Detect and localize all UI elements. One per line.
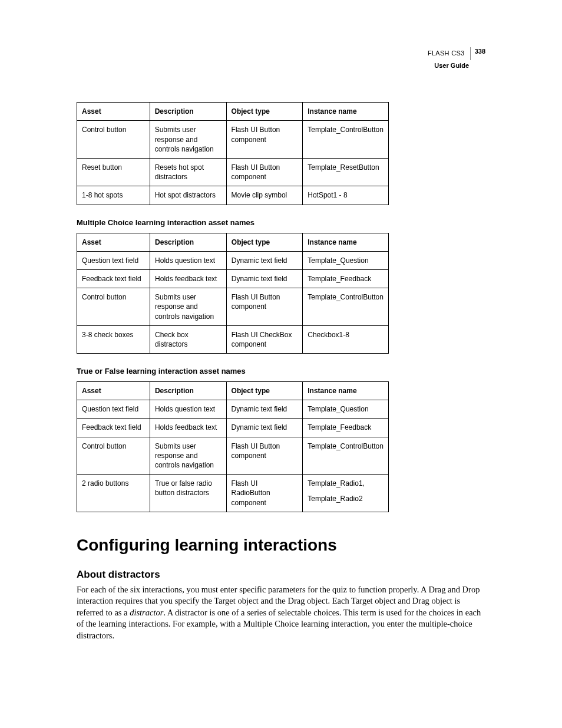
cell: Dynamic text field: [226, 400, 303, 419]
table-row: 1-8 hot spots Hot spot distractors Movie…: [77, 186, 389, 205]
col-asset: Asset: [77, 382, 150, 400]
cell: Holds question text: [150, 400, 226, 419]
subhead-multiple-choice: Multiple Choice learning interaction ass…: [77, 218, 485, 227]
cell: Flash UI Button component: [226, 288, 302, 326]
cell: Control button: [77, 288, 150, 326]
cell: Template_ResetButton: [303, 159, 389, 186]
cell: Template_Question: [303, 400, 389, 419]
cell: Template_Radio1, Template_Radio2: [303, 475, 389, 512]
table-row: Feedback text field Holds feedback text …: [77, 419, 389, 437]
cell: Question text field: [77, 251, 150, 269]
col-asset: Asset: [77, 233, 150, 251]
cell: Template_Question: [303, 251, 389, 269]
page: FLASH CS3 338 User Guide Asset Descripti…: [0, 0, 562, 683]
cell: Control button: [77, 437, 150, 475]
topic-heading-about-distractors: About distractors: [77, 569, 485, 581]
cell: Flash UI Button component: [226, 437, 303, 475]
instance-line: Template_Radio1,: [308, 479, 384, 488]
cell: Submits user response and controls navig…: [150, 121, 226, 159]
col-description: Description: [150, 103, 226, 121]
cell: Feedback text field: [77, 419, 150, 437]
cell: HotSpot1 - 8: [303, 186, 389, 205]
col-instance-name: Instance name: [303, 103, 389, 121]
table-multiple-choice-assets: Asset Description Object type Instance n…: [77, 233, 389, 354]
cell: Resets hot spot distractors: [150, 159, 226, 186]
header-separator: [470, 47, 471, 60]
cell: Checkbox1-8: [303, 325, 389, 353]
cell: Holds question text: [150, 251, 227, 269]
table-row: Control button Submits user response and…: [77, 288, 389, 326]
cell: Template_ControlButton: [303, 288, 389, 326]
product-name: FLASH CS3: [428, 50, 465, 57]
table-row: 2 radio buttons True or false radio butt…: [77, 475, 389, 512]
cell: True or false radio button distractors: [150, 475, 226, 512]
table-row: Question text field Holds question text …: [77, 251, 389, 269]
cell: 3-8 check boxes: [77, 325, 150, 353]
cell: Control button: [77, 121, 150, 159]
instance-line: Template_Radio2: [308, 494, 384, 503]
section-title: Configuring learning interactions: [77, 536, 485, 555]
cell: Template_ControlButton: [303, 121, 389, 159]
cell: Flash UI Button component: [226, 121, 303, 159]
cell: Dynamic text field: [226, 251, 302, 269]
table-header-row: Asset Description Object type Instance n…: [77, 382, 389, 400]
col-object-type: Object type: [226, 103, 303, 121]
cell: Movie clip symbol: [226, 186, 303, 205]
col-instance-name: Instance name: [303, 382, 389, 400]
cell: Holds feedback text: [150, 419, 226, 437]
cell: Holds feedback text: [150, 269, 227, 288]
cell: Submits user response and controls navig…: [150, 437, 226, 475]
table-row: Feedback text field Holds feedback text …: [77, 269, 389, 288]
cell: Submits user response and controls navig…: [150, 288, 227, 326]
table-row: 3-8 check boxes Check box distractors Fl…: [77, 325, 389, 353]
table-true-false-assets: Asset Description Object type Instance n…: [77, 381, 389, 512]
cell: Template_Feedback: [303, 269, 389, 288]
col-description: Description: [150, 233, 227, 251]
body-paragraph: For each of the six interactions, you mu…: [77, 584, 485, 642]
col-instance-name: Instance name: [303, 233, 389, 251]
cell: Dynamic text field: [226, 269, 302, 288]
table-row: Control button Submits user response and…: [77, 437, 389, 475]
cell: Flash UI Button component: [226, 159, 303, 186]
cell: Hot spot distractors: [150, 186, 226, 205]
cell: Question text field: [77, 400, 150, 419]
cell: Dynamic text field: [226, 419, 303, 437]
cell: Flash UI RadioButton component: [226, 475, 303, 512]
table-header-row: Asset Description Object type Instance n…: [77, 233, 389, 251]
cell: Feedback text field: [77, 269, 150, 288]
cell: Flash UI CheckBox component: [226, 325, 302, 353]
cell: Template_ControlButton: [303, 437, 389, 475]
guide-label: User Guide: [77, 61, 469, 70]
table-row: Reset button Resets hot spot distractors…: [77, 159, 389, 186]
table-row: Control button Submits user response and…: [77, 121, 389, 159]
table-hotspot-assets: Asset Description Object type Instance n…: [77, 102, 389, 205]
table-header-row: Asset Description Object type Instance n…: [77, 103, 389, 121]
table-row: Question text field Holds question text …: [77, 400, 389, 419]
col-asset: Asset: [77, 103, 150, 121]
cell: Reset button: [77, 159, 150, 186]
col-object-type: Object type: [226, 382, 303, 400]
cell: 1-8 hot spots: [77, 186, 150, 205]
page-number: 338: [475, 48, 485, 55]
subhead-true-false: True or False learning interaction asset…: [77, 367, 485, 375]
cell: Template_Feedback: [303, 419, 389, 437]
page-header: FLASH CS3 338 User Guide: [77, 47, 485, 70]
cell: Check box distractors: [150, 325, 227, 353]
col-description: Description: [150, 382, 226, 400]
col-object-type: Object type: [226, 233, 302, 251]
body-text-italic: distractor: [130, 608, 163, 617]
cell: 2 radio buttons: [77, 475, 150, 512]
